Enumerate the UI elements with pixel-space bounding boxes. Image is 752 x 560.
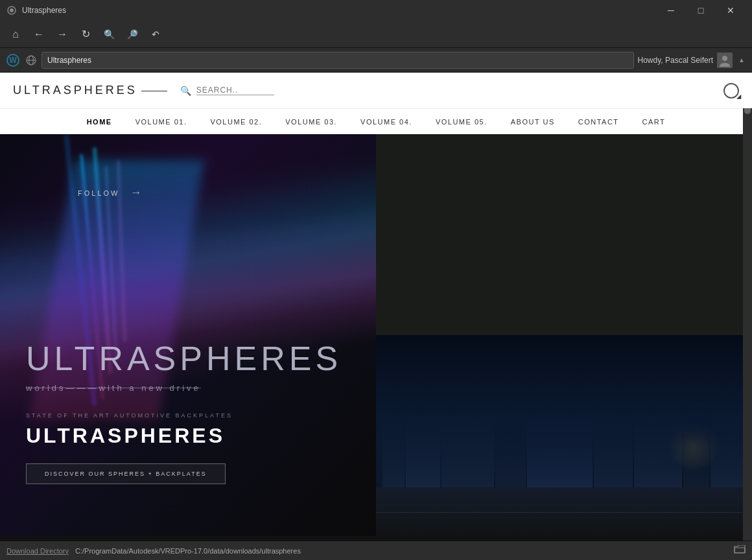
scroll-up-button[interactable]: ▲ (736, 54, 747, 67)
folder-icon[interactable] (734, 545, 746, 556)
minimize-button[interactable]: ─ (656, 0, 686, 21)
subtitle-suffix: with a new drive (99, 383, 201, 393)
home-nav-button[interactable]: ⌂ (5, 24, 26, 45)
road-line (376, 512, 752, 513)
hero-cta-button[interactable]: DISCOVER OUR SPHERES + BACKPLATES (26, 463, 226, 484)
search-icon: 🔍 (180, 86, 191, 96)
nav-item-contact[interactable]: CONTACT (567, 109, 631, 135)
status-bar: Download Directory C:/ProgramData/Autode… (0, 541, 752, 560)
nav-item-vol5[interactable]: VOLUME 05. (424, 109, 499, 135)
address-input[interactable] (41, 52, 634, 69)
building-9 (711, 355, 746, 491)
title-bar: Ultraspheres ─ □ ✕ (0, 0, 752, 21)
window-title: Ultraspheres (22, 6, 651, 15)
site-header: ULTRASPHERES 🔍 (0, 73, 752, 108)
browser-toolbar: ⌂ ← → ↻ 🔍 🔍 ↶ (0, 21, 752, 48)
building-3 (441, 335, 494, 491)
undo-button[interactable]: ↶ (145, 24, 166, 45)
cursor-indicator (723, 83, 739, 99)
city-road (376, 487, 752, 536)
svg-rect-9 (734, 548, 745, 553)
hero-right-bottom-panel (376, 335, 752, 536)
maximize-button[interactable]: □ (686, 0, 716, 21)
browser-content: ULTRASPHERES 🔍 HOME VOLUME 01. VOLUME 02… (0, 73, 752, 541)
hero-brand: ULTRASPHERES (26, 424, 342, 448)
hero-subtitle: worlds———with a new drive (26, 383, 342, 393)
nav-item-vol4[interactable]: VOLUME 04. (349, 109, 424, 135)
user-avatar (717, 52, 733, 68)
zoom-in-button[interactable]: 🔍 (99, 24, 119, 45)
logo-line (141, 91, 167, 91)
forward-button[interactable]: → (52, 24, 73, 45)
follow-label: FOLLOW (78, 189, 119, 197)
back-button[interactable]: ← (29, 24, 49, 45)
hero-content: ULTRASPHERES worlds———with a new drive S… (26, 342, 342, 484)
hero-left-panel: FOLLOW → ULTRASPHERES worlds———with a ne… (0, 134, 376, 536)
subtitle-dash: ——— (66, 383, 99, 393)
close-button[interactable]: ✕ (716, 0, 746, 21)
building-2 (406, 348, 441, 491)
nav-item-cart[interactable]: CART (631, 109, 677, 135)
nav-item-home[interactable]: HOME (75, 109, 124, 135)
hero-follow: FOLLOW → (78, 186, 143, 200)
download-directory-label: Download Directory (6, 547, 69, 555)
nav-item-vol1[interactable]: VOLUME 01. (124, 109, 199, 135)
nav-item-vol3[interactable]: VOLUME 03. (274, 109, 349, 135)
zoom-out-button[interactable]: 🔍 (122, 24, 143, 45)
header-right (723, 83, 739, 99)
site-navigation: HOME VOLUME 01. VOLUME 02. VOLUME 03. VO… (0, 108, 752, 134)
svg-point-1 (10, 8, 14, 12)
search-input[interactable] (196, 86, 274, 95)
search-area: 🔍 (180, 86, 274, 96)
follow-arrow: → (130, 186, 143, 200)
nav-item-about[interactable]: ABOUT US (499, 109, 567, 135)
hero-grid: FOLLOW → ULTRASPHERES worlds———with a ne… (0, 134, 752, 536)
reload-button[interactable]: ↻ (75, 24, 96, 45)
user-info: Howdy, Pascal Seifert ▲ (638, 52, 747, 68)
building-6 (594, 335, 633, 491)
city-glow (668, 419, 720, 471)
hero-tagline: STATE OF THE ART AUTOMOTIVE BACKPLATES (26, 412, 342, 419)
scrollbar[interactable] (743, 73, 752, 541)
download-directory-path: C:/ProgramData/Autodesk/VREDPro-17.0/dat… (75, 547, 301, 555)
website: ULTRASPHERES 🔍 HOME VOLUME 01. VOLUME 02… (0, 73, 752, 541)
subtitle-prefix: worlds (26, 383, 66, 393)
nav-item-vol2[interactable]: VOLUME 02. (198, 109, 274, 135)
app-icon (6, 5, 17, 16)
building-1 (382, 374, 405, 491)
user-greeting: Howdy, Pascal Seifert (638, 56, 714, 65)
hero-main-title: ULTRASPHERES (26, 342, 342, 375)
svg-point-8 (722, 56, 727, 61)
site-globe-icon (25, 54, 38, 67)
building-5 (527, 380, 593, 491)
building-4 (495, 361, 526, 491)
wordpress-icon: W (5, 52, 21, 68)
svg-text:W: W (9, 56, 17, 65)
site-logo: ULTRASPHERES (13, 84, 167, 97)
window-controls: ─ □ ✕ (656, 0, 746, 21)
address-bar-row: W Howdy, Pascal Seifert ▲ (0, 48, 752, 73)
hero-right-top-panel (376, 134, 752, 335)
